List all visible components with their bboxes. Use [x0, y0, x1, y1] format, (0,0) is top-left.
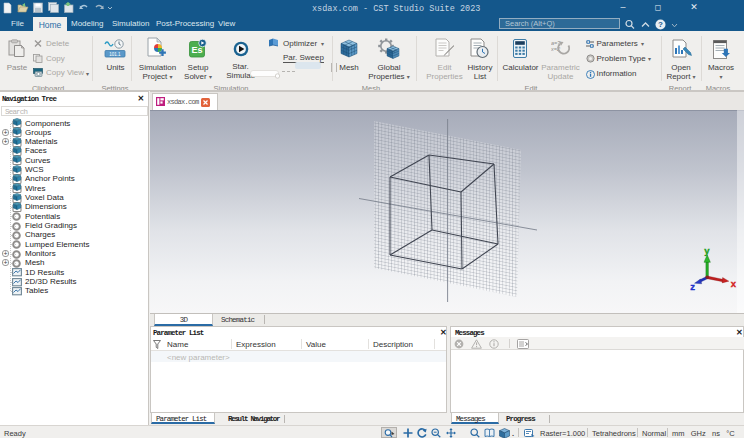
- svg-text:z: z: [690, 281, 695, 292]
- svg-text:101.1: 101.1: [109, 52, 121, 57]
- svg-text:y: y: [704, 245, 710, 256]
- svg-text:x: x: [731, 278, 737, 289]
- svg-text:?: ?: [658, 20, 663, 29]
